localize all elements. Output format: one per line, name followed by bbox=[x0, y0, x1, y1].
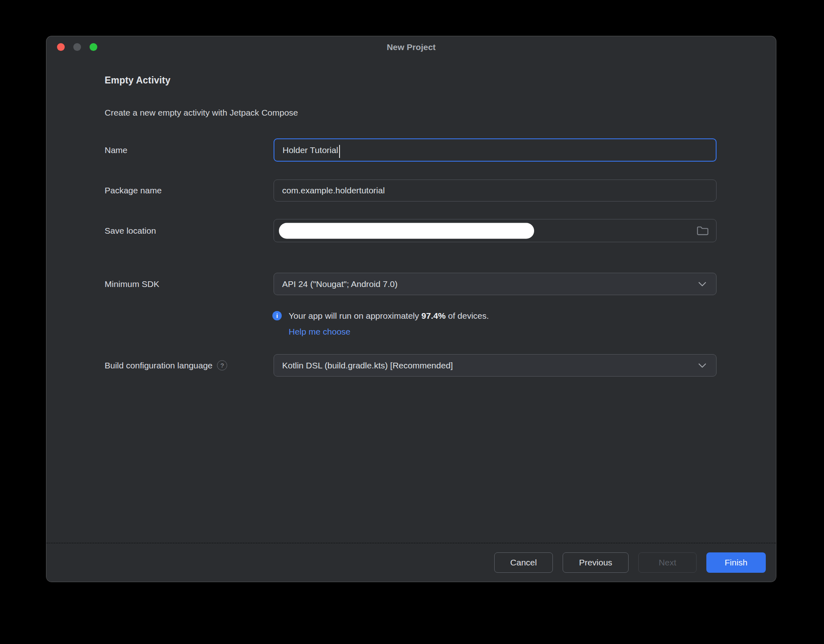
save-location-row: Save location bbox=[105, 219, 717, 242]
build-config-row: Build configuration language ? Kotlin DS… bbox=[105, 354, 717, 377]
sdk-info-prefix: Your app will run on approximately bbox=[289, 311, 421, 320]
redaction-overlay bbox=[279, 223, 534, 239]
help-question-icon[interactable]: ? bbox=[217, 360, 227, 370]
build-config-label-text: Build configuration language bbox=[105, 361, 213, 370]
help-me-choose-link[interactable]: Help me choose bbox=[289, 327, 351, 337]
build-config-selected-value: Kotlin DSL (build.gradle.kts) [Recommend… bbox=[282, 361, 453, 370]
sdk-info-suffix: of devices. bbox=[446, 311, 489, 320]
chevron-down-icon bbox=[698, 282, 706, 287]
screen: { "window": { "title": "New Project" }, … bbox=[0, 0, 824, 644]
traffic-lights bbox=[57, 43, 97, 51]
window-title: New Project bbox=[46, 36, 776, 58]
min-sdk-row: Minimum SDK API 24 ("Nougat"; Android 7.… bbox=[105, 273, 717, 295]
sdk-info-percent: 97.4% bbox=[421, 311, 446, 320]
name-label: Name bbox=[105, 145, 274, 155]
build-config-label: Build configuration language ? bbox=[105, 360, 274, 370]
sdk-info-note: i Your app will run on approximately 97.… bbox=[272, 308, 489, 337]
previous-button[interactable]: Previous bbox=[563, 552, 629, 573]
package-input[interactable]: com.example.holdertutorial bbox=[274, 180, 717, 202]
save-location-label: Save location bbox=[105, 226, 274, 236]
min-sdk-selected-value: API 24 ("Nougat"; Android 7.0) bbox=[282, 279, 397, 289]
browse-folder-button[interactable] bbox=[695, 223, 710, 238]
title-bar: New Project bbox=[46, 36, 776, 57]
name-input-value: Holder Tutorial bbox=[283, 145, 338, 155]
page-title: Empty Activity bbox=[105, 75, 171, 86]
page-subtitle: Create a new empty activity with Jetpack… bbox=[105, 108, 298, 118]
package-label: Package name bbox=[105, 186, 274, 195]
save-location-input[interactable] bbox=[274, 219, 717, 242]
minimize-window-button bbox=[73, 43, 81, 51]
min-sdk-label: Minimum SDK bbox=[105, 279, 274, 289]
finish-button[interactable]: Finish bbox=[706, 552, 766, 573]
cancel-button[interactable]: Cancel bbox=[494, 552, 553, 573]
folder-icon bbox=[696, 225, 710, 237]
name-row: Name Holder Tutorial bbox=[105, 138, 717, 162]
text-caret bbox=[339, 145, 340, 158]
package-input-value: com.example.holdertutorial bbox=[282, 186, 385, 195]
info-icon: i bbox=[272, 311, 282, 320]
min-sdk-dropdown[interactable]: API 24 ("Nougat"; Android 7.0) bbox=[274, 273, 717, 295]
sdk-info-text: Your app will run on approximately 97.4%… bbox=[289, 311, 489, 321]
package-row: Package name com.example.holdertutorial bbox=[105, 180, 717, 202]
next-button: Next bbox=[638, 552, 697, 573]
close-window-button[interactable] bbox=[57, 43, 65, 51]
zoom-window-button[interactable] bbox=[90, 43, 97, 51]
new-project-dialog: New Project Empty Activity Create a new … bbox=[46, 36, 776, 582]
name-input[interactable]: Holder Tutorial bbox=[274, 138, 717, 162]
dialog-footer: Cancel Previous Next Finish bbox=[46, 543, 776, 582]
chevron-down-icon bbox=[698, 363, 706, 368]
build-config-dropdown[interactable]: Kotlin DSL (build.gradle.kts) [Recommend… bbox=[274, 354, 717, 377]
